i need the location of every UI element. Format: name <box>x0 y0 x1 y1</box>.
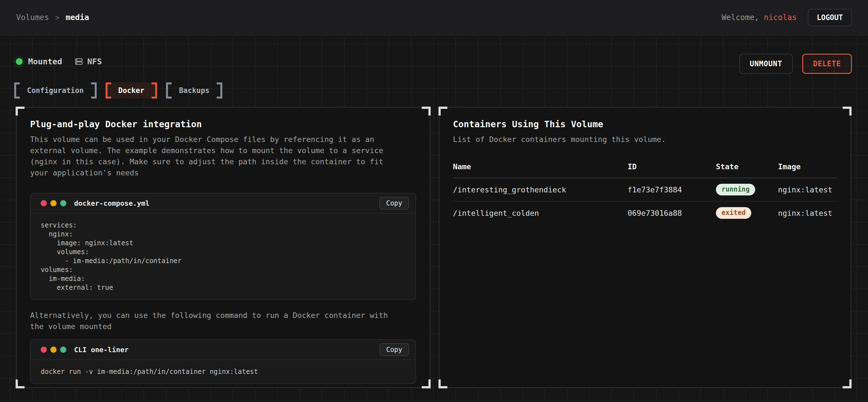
unmount-button[interactable]: UNMOUNT <box>739 54 793 74</box>
breadcrumb-volumes-link[interactable]: Volumes <box>16 13 49 22</box>
col-header-name: Name <box>453 162 628 171</box>
mounted-status-dot-icon <box>16 58 23 65</box>
container-name: /intelligent_colden <box>453 209 628 217</box>
panel-corner-bracket-icon <box>438 379 447 388</box>
panel-corner-bracket-icon <box>843 379 851 388</box>
panel-corner-bracket-icon <box>843 107 851 115</box>
container-id: 069e73016a88 <box>628 209 716 217</box>
breadcrumb: Volumes > media <box>16 13 89 22</box>
state-badge: exited <box>716 207 751 219</box>
col-header-state: State <box>716 162 778 171</box>
cli-code-block: CLI one-liner Copy docker run -v im-medi… <box>30 339 416 384</box>
containers-table: Name ID State Image /interesting_grothen… <box>453 157 837 224</box>
container-name: /interesting_grothendieck <box>453 186 628 194</box>
breadcrumb-current-page: media <box>66 13 89 22</box>
panel-corner-bracket-icon <box>422 107 431 115</box>
tab-bracket-right-icon <box>91 82 97 99</box>
filesystem-type-label: NFS <box>87 57 102 66</box>
traffic-light-green-icon <box>60 200 66 206</box>
welcome-text: Welcome, nicolas <box>721 13 797 22</box>
tab-label: Configuration <box>27 86 84 95</box>
state-badge: running <box>716 184 755 195</box>
traffic-light-red-icon <box>41 346 47 353</box>
traffic-lights <box>41 346 66 353</box>
tab-bracket-left-icon <box>166 82 172 99</box>
container-image: nginx:latest <box>778 209 837 217</box>
containers-panel-title: Containers Using This Volume <box>453 119 837 129</box>
tab-backups[interactable]: Backups <box>166 82 222 99</box>
breadcrumb-chevron-icon: > <box>55 13 60 22</box>
col-header-image: Image <box>778 162 837 171</box>
traffic-light-green-icon <box>60 346 66 353</box>
compose-code: services: nginx: image: nginx:latest vol… <box>31 213 415 299</box>
volume-actions: UNMOUNT DELETE <box>739 54 852 74</box>
containers-panel: Containers Using This Volume List of Doc… <box>439 107 851 388</box>
traffic-lights <box>41 200 66 206</box>
tab-label: Docker <box>118 86 145 95</box>
main-area: Mounted NFS UNMOUNT DELETE Configuration… <box>0 35 868 402</box>
panel-corner-bracket-icon <box>16 379 25 388</box>
volume-status-row: Mounted NFS <box>16 56 102 68</box>
panel-corner-bracket-icon <box>422 379 431 388</box>
delete-button[interactable]: DELETE <box>802 54 852 74</box>
compose-code-block: docker-compose.yml Copy services: nginx:… <box>30 193 416 300</box>
tab-label: Backups <box>179 86 210 95</box>
tabs: Configuration Docker Backups <box>14 82 222 99</box>
tab-bracket-left-icon <box>14 82 20 99</box>
table-row: /interesting_grothendieck f1e73e7f3884 r… <box>453 178 837 201</box>
traffic-light-red-icon <box>41 200 47 206</box>
docker-integration-panel: Plug-and-play Docker integration This vo… <box>16 107 430 388</box>
cli-code: docker run -v im-media:/path/in/containe… <box>31 360 415 383</box>
server-stack-icon <box>74 57 83 66</box>
tab-bracket-left-icon <box>105 82 111 99</box>
cli-code-header: CLI one-liner Copy <box>31 340 415 360</box>
copy-cli-button[interactable]: Copy <box>379 343 409 356</box>
containers-panel-description: List of Docker containers mounting this … <box>453 134 815 145</box>
container-id: f1e73e7f3884 <box>628 186 716 194</box>
username: nicolas <box>764 13 797 22</box>
traffic-light-amber-icon <box>51 200 57 206</box>
panel-corner-bracket-icon <box>438 107 447 115</box>
cli-intro-text: Alternatively, you can use the following… <box>30 310 392 332</box>
topbar: Volumes > media Welcome, nicolas LOGOUT <box>0 0 868 35</box>
welcome-prefix: Welcome, <box>721 13 764 22</box>
containers-table-header: Name ID State Image <box>453 157 837 178</box>
panel-corner-bracket-icon <box>16 107 25 115</box>
container-image: nginx:latest <box>778 186 837 194</box>
table-row: /intelligent_colden 069e73016a88 exited … <box>453 201 837 224</box>
tab-bracket-right-icon <box>152 82 157 99</box>
tab-bracket-right-icon <box>217 82 222 99</box>
compose-code-header: docker-compose.yml Copy <box>31 194 415 213</box>
compose-filename: docker-compose.yml <box>74 199 379 207</box>
docker-panel-description: This volume can be used in your Docker C… <box>30 134 392 178</box>
traffic-light-amber-icon <box>51 346 57 353</box>
tab-configuration[interactable]: Configuration <box>14 82 97 99</box>
tab-docker[interactable]: Docker <box>105 82 157 99</box>
docker-panel-title: Plug-and-play Docker integration <box>30 119 416 129</box>
logout-button[interactable]: LOGOUT <box>808 9 852 26</box>
col-header-id: ID <box>628 162 716 171</box>
copy-compose-button[interactable]: Copy <box>379 197 409 210</box>
mounted-status-label: Mounted <box>28 57 62 66</box>
cli-title: CLI one-liner <box>74 346 379 354</box>
topbar-right: Welcome, nicolas LOGOUT <box>721 9 852 26</box>
